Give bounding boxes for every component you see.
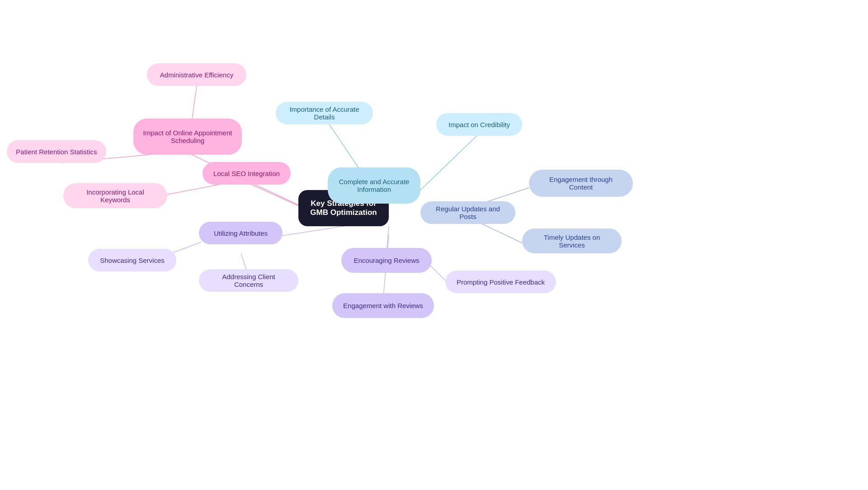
node-local-seo: Local SEO Integration [203, 162, 291, 185]
showcasing-services-label: Showcasing Services [100, 257, 165, 264]
node-impact-credibility: Impact on Credibility [436, 113, 522, 136]
node-prompting-feedback: Prompting Positive Feedback [445, 271, 556, 293]
node-encouraging-reviews: Encouraging Reviews [341, 248, 432, 273]
regular-updates-label: Regular Updates and Posts [429, 205, 506, 220]
patient-retention-label: Patient Retention Statistics [16, 148, 97, 156]
local-seo-label: Local SEO Integration [213, 170, 280, 177]
svg-line-10 [420, 133, 479, 190]
timely-updates-label: Timely Updates on Services [531, 233, 613, 249]
node-patient-retention: Patient Retention Statistics [7, 140, 106, 163]
mindmap-container: Key Strategies for GMB Optimization Impa… [0, 0, 868, 490]
node-complete-accurate: Complete and Accurate Information [328, 167, 420, 204]
importance-accurate-label: Importance of Accurate Details [285, 105, 364, 121]
utilizing-attributes-label: Utilizing Attributes [214, 229, 268, 237]
node-engagement-content: Engagement through Content [529, 170, 633, 197]
svg-line-15 [429, 265, 448, 283]
incorporating-keywords-label: Incorporating Local Keywords [72, 188, 158, 204]
connections-svg [0, 0, 868, 490]
impact-credibility-label: Impact on Credibility [448, 121, 510, 128]
node-regular-updates: Regular Updates and Posts [420, 201, 515, 224]
complete-accurate-label: Complete and Accurate Information [337, 178, 411, 193]
engagement-content-label: Engagement through Content [538, 176, 624, 191]
node-showcasing-services: Showcasing Services [88, 249, 176, 271]
node-incorporating-keywords: Incorporating Local Keywords [63, 183, 167, 208]
admin-efficiency-label: Administrative Efficiency [160, 71, 233, 79]
node-addressing-concerns: Addressing Client Concerns [199, 269, 298, 292]
addressing-concerns-label: Addressing Client Concerns [208, 273, 289, 288]
node-timely-updates: Timely Updates on Services [522, 228, 622, 253]
encouraging-reviews-label: Encouraging Reviews [354, 257, 419, 264]
node-impact-scheduling: Impact of Online Appointment Scheduling [133, 119, 242, 155]
engagement-reviews-label: Engagement with Reviews [343, 302, 423, 309]
prompting-feedback-label: Prompting Positive Feedback [457, 278, 545, 286]
node-utilizing-attributes: Utilizing Attributes [199, 222, 283, 244]
node-engagement-reviews: Engagement with Reviews [332, 293, 434, 318]
node-admin-efficiency: Administrative Efficiency [147, 63, 246, 86]
node-importance-accurate: Importance of Accurate Details [276, 102, 373, 124]
impact-scheduling-label: Impact of Online Appointment Scheduling [142, 129, 233, 144]
